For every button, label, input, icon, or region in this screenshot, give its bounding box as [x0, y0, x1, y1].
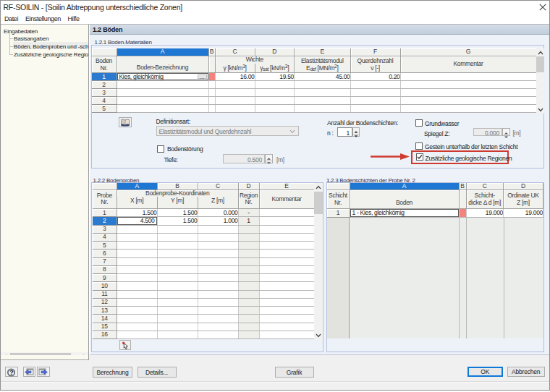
svg-text:?: ? — [9, 368, 14, 376]
